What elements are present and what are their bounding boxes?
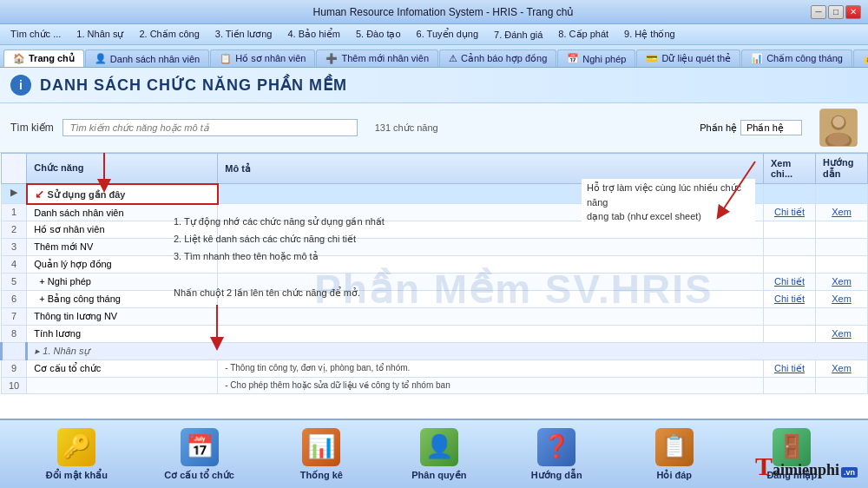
phan-he-dropdown[interactable]: Phần hệ: [740, 120, 802, 135]
tab-canh-bao[interactable]: ⚠ Cảnh báo hợp đồng: [439, 49, 556, 67]
tab-trang-chu[interactable]: 🏠 Trang chủ: [3, 49, 84, 67]
table-container[interactable]: Chức năng Mô tả Xem chi... Hướng dẫn ▶ ↙…: [0, 153, 868, 419]
toolbar-label-co-cau: Cơ cấu tổ chức: [164, 470, 234, 481]
row-7-xem-chi: [764, 308, 816, 326]
chart-bar-icon: 📊: [302, 428, 340, 466]
add-icon: ➕: [326, 53, 338, 64]
row-5-huong-dan: Xem: [816, 274, 868, 291]
row-7-mo-ta: [218, 308, 764, 326]
tab-du-lieu-quet[interactable]: 💳 Dữ liệu quét thẻ: [636, 49, 740, 67]
toolbar-label-thong-ke: Thống kê: [300, 470, 343, 481]
menu-tim-chuc[interactable]: Tìm chức ...: [3, 27, 68, 42]
toolbar-label-huong-dan: Hướng dẫn: [531, 470, 582, 481]
row-3-mo-ta: [218, 239, 764, 256]
table-row: 3 Thêm mới NV: [2, 239, 868, 256]
su-dung-label: Sử dụng gần đây: [47, 189, 125, 200]
tab-thong-tin-luong[interactable]: 💰 Thông tin lương NV: [853, 49, 868, 67]
tab-them-moi-nv[interactable]: ➕ Thêm mới nhân viên: [316, 49, 438, 67]
toolbar-btn-doi-mat-khau[interactable]: 🔑 Đổi mật khẩu: [46, 428, 108, 481]
row-num: ▶: [2, 184, 27, 204]
table-row: 1 Danh sách nhân viên Chi tiết Xem: [2, 204, 868, 221]
profile-icon: 📋: [220, 53, 232, 64]
menu-cham-cong[interactable]: 2. Chấm công: [132, 27, 206, 42]
menu-cap-phat[interactable]: 8. Cấp phát: [551, 27, 615, 42]
row-2-huong-dan: [816, 221, 868, 239]
menu-he-thong[interactable]: 9. Hệ thống: [617, 27, 682, 42]
vn-badge: .vn: [841, 467, 858, 478]
search-count: 131 chức năng: [375, 122, 438, 134]
row-8-mo-ta: [218, 326, 764, 343]
table-row: 10 - Cho phép thêm hoặc sửa dữ liệu về c…: [2, 378, 868, 394]
t-letter: T: [755, 452, 773, 481]
page-header: i DANH SÁCH CHỨC NĂNG PHẦN MỀM: [0, 68, 868, 103]
search-bar: Tìm kiếm 131 chức năng Phần hệ Phần hệ: [0, 103, 868, 153]
info-icon: i: [10, 75, 31, 96]
bottom-toolbar: 🔑 Đổi mật khẩu 📅 Cơ cấu tổ chức 📊 Thống …: [0, 419, 868, 488]
key-icon: 🔑: [57, 428, 95, 466]
row-num-9: 9: [2, 360, 27, 378]
row-num-6: 6: [2, 291, 27, 308]
row-num-3: 3: [2, 239, 27, 256]
toolbar-label-phan-quyen: Phân quyền: [411, 470, 466, 481]
toolbar-btn-co-cau[interactable]: 📅 Cơ cấu tổ chức: [164, 428, 234, 481]
tab-danh-sach-nv[interactable]: 👤 Danh sách nhân viên: [85, 49, 209, 67]
row-num-5: 5: [2, 274, 27, 291]
row-7-huong-dan: [816, 308, 868, 326]
section-label: ↙ Sử dụng gần đây: [27, 184, 218, 204]
row-10-huong-dan: [816, 378, 868, 394]
row-num-2: 2: [2, 221, 27, 239]
main-area: i DANH SÁCH CHỨC NĂNG PHẦN MỀM Tìm kiếm …: [0, 68, 868, 419]
col-header-num: [2, 154, 27, 184]
menu-tien-luong[interactable]: 3. Tiền lương: [208, 27, 279, 42]
table-row: 7 Thông tin lương NV: [2, 308, 868, 326]
toolbar-label-hoi-dap: Hỏi đáp: [656, 470, 692, 481]
menu-danh-gia[interactable]: 7. Đánh giá: [487, 28, 549, 42]
tab-ho-so-nv[interactable]: 📋 Hồ sơ nhân viên: [210, 49, 315, 67]
col-header-mo-ta: Mô tả: [218, 154, 764, 184]
qa-icon: 📋: [655, 428, 694, 466]
row-4-mo-ta: [218, 256, 764, 274]
logo-text: aimienphi: [773, 461, 839, 479]
search-input[interactable]: [62, 119, 358, 136]
list-icon: 👤: [95, 53, 107, 64]
row-4-xem-chi: [764, 256, 816, 274]
table-row: 8 Tính lương Xem: [2, 326, 868, 343]
row-7-chuc-nang: Thông tin lương NV: [27, 308, 218, 326]
row-3-huong-dan: [816, 239, 868, 256]
title-bar-controls: ─ □ ✕: [811, 5, 861, 19]
row-num-4: 4: [2, 256, 27, 274]
page-title: DANH SÁCH CHỨC NĂNG PHẦN MỀM: [40, 76, 347, 95]
toolbar-btn-hoi-dap[interactable]: 📋 Hỏi đáp: [644, 428, 705, 481]
menu-bao-hiem[interactable]: 4. Bảo hiểm: [280, 27, 346, 42]
taimienphi-logo: T aimienphi .vn: [755, 452, 858, 481]
maximize-button[interactable]: □: [828, 5, 844, 19]
section-su-dung: ▶ ↙ Sử dụng gần đây: [2, 184, 868, 204]
toolbar-btn-huong-dan[interactable]: ❓ Hướng dẫn: [526, 428, 587, 481]
section-nhan-su-label: ▸ 1. Nhân sự: [27, 343, 868, 360]
row-6-xem-chi: Chi tiết: [764, 291, 816, 308]
row-8-huong-dan: Xem: [816, 326, 868, 343]
svg-point-4: [828, 133, 850, 146]
menu-tuyen-dung[interactable]: 6. Tuyển dụng: [410, 27, 486, 42]
row-4-chuc-nang: Quản lý hợp đồng: [27, 256, 218, 274]
section-nhan-su: ▸ 1. Nhân sự: [2, 343, 868, 360]
minimize-button[interactable]: ─: [811, 5, 826, 19]
toolbar-btn-phan-quyen[interactable]: 👤 Phân quyền: [409, 428, 470, 481]
tab-cham-cong-thang[interactable]: 📊 Chấm công tháng: [741, 49, 852, 67]
table-row: 9 Cơ cấu tổ chức - Thông tin công ty, đơ…: [2, 360, 868, 378]
row-9-mo-ta: - Thông tin công ty, đơn vị, phòng ban, …: [218, 360, 764, 378]
close-button[interactable]: ✕: [845, 5, 861, 19]
money-icon: 💰: [863, 53, 868, 64]
card-icon: 💳: [646, 53, 658, 64]
row-num-8: 8: [2, 326, 27, 343]
toolbar-btn-thong-ke[interactable]: 📊 Thống kê: [291, 428, 352, 481]
svg-point-3: [832, 116, 844, 128]
menu-dao-tao[interactable]: 5. Đào tạo: [349, 27, 408, 42]
row-num-10: 10: [2, 378, 27, 394]
section-xem-chi: [764, 184, 816, 204]
row-num-1: 1: [2, 204, 27, 221]
org-chart-icon: 📅: [181, 428, 219, 466]
table-row: 6 + Bảng công tháng Chi tiết Xem: [2, 291, 868, 308]
tab-nghi-phep[interactable]: 📅 Nghi phép: [557, 49, 635, 67]
menu-nhan-su[interactable]: 1. Nhân sự: [69, 27, 130, 42]
